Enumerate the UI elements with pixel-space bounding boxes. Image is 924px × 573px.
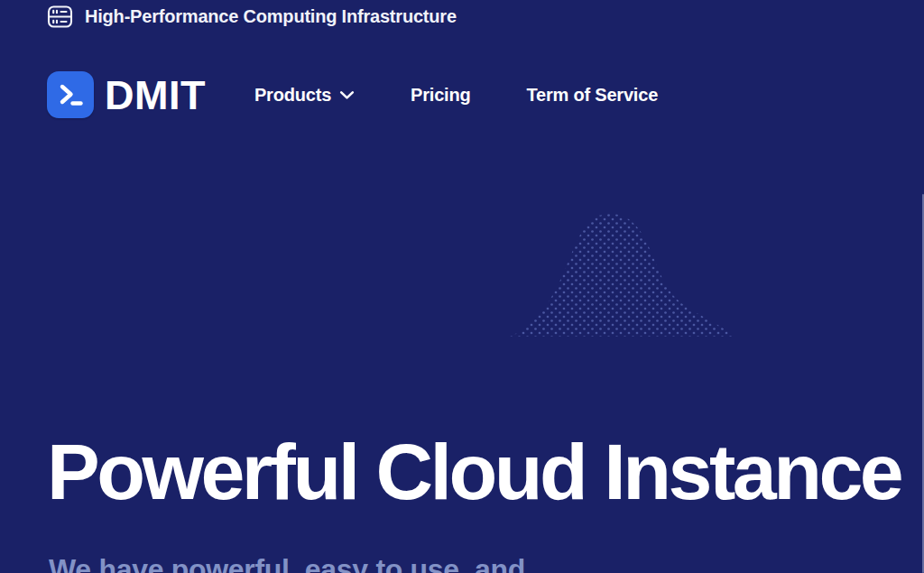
main-nav: Products Pricing Term of Service [254,85,658,106]
terminal-prompt-icon [47,71,94,118]
hero-title: Powerful Cloud Instance [47,432,901,512]
nav-item-products-label: Products [254,85,331,106]
brand-name: DMIT [105,75,206,116]
page: { "announcement": { "label": "High-Perfo… [0,0,924,573]
hero-subtitle: We have powerful, easy to use, and [49,551,525,573]
chevron-down-icon [339,90,355,100]
nav-item-pricing-label: Pricing [411,85,470,106]
dotted-cloud-decoration [505,209,738,341]
announcement-bar: High-Performance Computing Infrastructur… [47,5,457,29]
nav-item-term-of-service[interactable]: Term of Service [526,85,658,106]
main-header: DMIT Products Pricing Term of Service [47,71,888,118]
announcement-text: High-Performance Computing Infrastructur… [85,6,457,27]
nav-item-products[interactable]: Products [254,85,355,106]
nav-item-pricing[interactable]: Pricing [411,85,470,106]
nav-item-term-of-service-label: Term of Service [526,85,658,106]
server-icon [47,5,73,29]
brand-logo[interactable]: DMIT [47,71,206,118]
